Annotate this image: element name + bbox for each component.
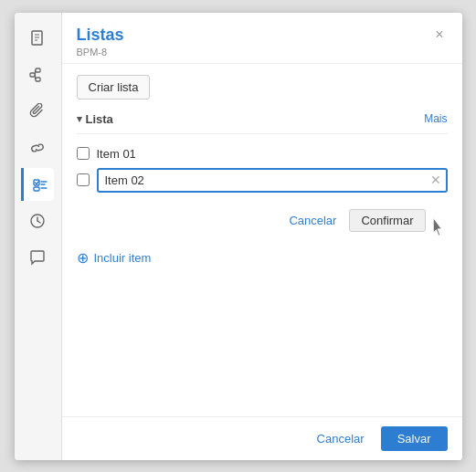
section-header: ▾ Lista Mais: [77, 112, 448, 126]
panel-body: Criar lista ▾ Lista Mais Item 01: [62, 64, 462, 416]
link-icon[interactable]: [21, 131, 54, 164]
add-icon: ⊕: [77, 249, 89, 267]
svg-rect-4: [30, 73, 35, 77]
item02-input[interactable]: [97, 168, 448, 193]
sidebar: [15, 13, 62, 460]
cancel-edit-button[interactable]: Cancelar: [283, 210, 342, 231]
cursor-icon: [429, 216, 448, 240]
criar-lista-button[interactable]: Criar lista: [77, 75, 151, 100]
checklist-icon[interactable]: [21, 168, 54, 201]
footer-save-button[interactable]: Salvar: [381, 426, 448, 451]
clear-icon[interactable]: ✕: [430, 173, 441, 187]
title-group: Listas BPM-8: [77, 26, 124, 58]
section-title: ▾ Lista: [77, 112, 113, 126]
close-button[interactable]: ×: [431, 26, 447, 44]
incluir-item-row[interactable]: ⊕ Incluir item: [77, 249, 448, 267]
paperclip-icon[interactable]: [21, 95, 54, 128]
panel-subtitle: BPM-8: [77, 47, 124, 58]
section-title-text: Lista: [86, 112, 113, 126]
comment-icon[interactable]: [21, 241, 54, 274]
svg-rect-14: [34, 187, 39, 191]
chevron-icon[interactable]: ▾: [77, 113, 82, 125]
incluir-label: Incluir item: [94, 251, 152, 265]
main-panel: Listas BPM-8 × Criar lista ▾ Lista Mais …: [62, 13, 462, 460]
item02-edit-row: ✕: [77, 164, 448, 196]
item01-label: Item 01: [97, 147, 448, 161]
dialog-container: Listas BPM-8 × Criar lista ▾ Lista Mais …: [15, 13, 462, 460]
svg-rect-6: [36, 78, 40, 81]
panel-header: Listas BPM-8 ×: [62, 13, 462, 64]
section-divider: [77, 133, 448, 134]
confirm-row: Cancelar Confirmar: [77, 202, 448, 240]
document-icon[interactable]: [21, 22, 54, 55]
panel-title: Listas: [77, 26, 124, 45]
hierarchy-icon[interactable]: [21, 58, 54, 91]
svg-rect-5: [36, 68, 40, 72]
confirm-button[interactable]: Confirmar: [349, 209, 425, 232]
item01-checkbox[interactable]: [77, 147, 90, 160]
clock-icon[interactable]: [21, 205, 54, 237]
list-item: Item 01: [77, 143, 448, 164]
svg-line-18: [37, 221, 40, 223]
item02-input-wrapper: ✕: [97, 168, 448, 193]
item02-checkbox[interactable]: [77, 173, 90, 186]
mais-link[interactable]: Mais: [424, 112, 447, 125]
footer-cancel-button[interactable]: Cancelar: [310, 426, 372, 451]
panel-footer: Cancelar Salvar: [62, 416, 462, 460]
